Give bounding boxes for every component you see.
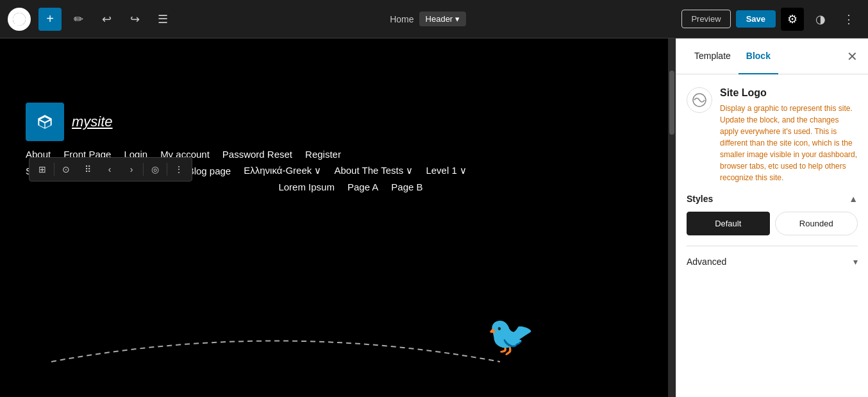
toolbar-right-actions: Preview Save ⚙ ◑ ⋮ xyxy=(681,8,860,31)
more-block-options-button[interactable]: ⋮ xyxy=(169,159,189,180)
nav-item-pagea[interactable]: Page A xyxy=(347,182,378,192)
styles-options: Default Rounded xyxy=(687,212,858,235)
tab-template[interactable]: Template xyxy=(687,38,739,74)
toolbar-sep-1 xyxy=(54,163,54,176)
settings-button[interactable]: ⚙ xyxy=(781,8,804,31)
panel-body: Site Logo Display a graphic to represent… xyxy=(676,74,868,397)
drag-button[interactable]: ⠿ xyxy=(78,159,98,180)
top-toolbar: + ✏ ↩ ↪ ☰ Home Header ▾ Preview Save ⚙ ◑… xyxy=(0,0,868,38)
site-logo-description: Display a graphic to represent this site… xyxy=(720,103,858,183)
nav-item-greek[interactable]: Ελληνικά-Greek ∨ xyxy=(244,165,321,176)
redo-button[interactable]: ↪ xyxy=(123,8,146,31)
home-breadcrumb[interactable]: Home xyxy=(390,14,413,24)
site-logo-container: mysite xyxy=(26,103,676,141)
site-logo-block[interactable] xyxy=(26,103,64,141)
nav-item-loremipsum[interactable]: Lorem Ipsum xyxy=(278,182,335,192)
styles-section: Styles ▲ Default Rounded xyxy=(687,194,858,235)
canvas-scrollbar[interactable] xyxy=(668,38,676,397)
header-breadcrumb[interactable]: Header ▾ xyxy=(419,12,467,26)
prev-button[interactable]: ‹ xyxy=(99,159,120,180)
next-button[interactable]: › xyxy=(121,159,142,180)
right-panel: Template Block ✕ Site Logo Display a gra… xyxy=(676,38,868,397)
tab-block[interactable]: Block xyxy=(739,38,778,74)
more-options-button[interactable]: ⋮ xyxy=(837,8,860,31)
main-area: ⊞ ⊙ ⠿ ‹ › ◎ ⋮ mysite About xyxy=(0,38,868,397)
align-button[interactable]: ⊞ xyxy=(32,159,53,180)
contrast-button[interactable]: ◑ xyxy=(809,8,832,31)
panel-close-button[interactable]: ✕ xyxy=(847,49,858,64)
site-header-content: mysite About Front Page Login My account… xyxy=(26,103,676,198)
list-view-button[interactable]: ☰ xyxy=(151,8,174,31)
advanced-title: Advanced xyxy=(687,257,726,267)
site-logo-preview-icon xyxy=(687,87,712,113)
options-button[interactable]: ⊙ xyxy=(56,159,76,180)
dashed-arc-decoration xyxy=(51,326,500,365)
toolbar-sep-2 xyxy=(143,163,144,176)
canvas: ⊞ ⊙ ⠿ ‹ › ◎ ⋮ mysite About xyxy=(0,38,676,397)
toolbar-sep-3 xyxy=(167,163,167,176)
save-button[interactable]: Save xyxy=(736,10,776,28)
nav-item-register[interactable]: Register xyxy=(305,149,341,160)
nav-item-passwordreset[interactable]: Password Reset xyxy=(222,149,292,160)
nav-item-level1[interactable]: Level 1 ∨ xyxy=(426,165,467,176)
preview-button[interactable]: Preview xyxy=(681,10,730,28)
style-default-button[interactable]: Default xyxy=(687,212,770,235)
breadcrumb-area: Home Header ▾ xyxy=(179,12,676,26)
styles-chevron-up: ▲ xyxy=(849,194,858,204)
scrollbar-thumb[interactable] xyxy=(669,71,674,135)
undo-button[interactable]: ↩ xyxy=(95,8,118,31)
site-logo-title: Site Logo xyxy=(720,87,858,99)
advanced-section: Advanced ▾ xyxy=(687,246,858,269)
site-logo-info: Site Logo Display a graphic to represent… xyxy=(720,87,858,183)
styles-header[interactable]: Styles ▲ xyxy=(687,194,858,204)
select-parent-button[interactable]: ◎ xyxy=(145,159,165,180)
styles-title: Styles xyxy=(687,194,713,204)
panel-header: Template Block ✕ xyxy=(676,38,868,74)
site-logo-section: Site Logo Display a graphic to represent… xyxy=(687,87,858,183)
nav-item-pageb[interactable]: Page B xyxy=(391,182,422,192)
wordpress-logo[interactable] xyxy=(8,8,31,31)
site-name-text[interactable]: mysite xyxy=(72,114,113,130)
edit-tool-button[interactable]: ✏ xyxy=(67,8,90,31)
advanced-header[interactable]: Advanced ▾ xyxy=(687,254,858,269)
nav-row-3: Lorem Ipsum Page A Page B xyxy=(26,182,676,192)
style-rounded-button[interactable]: Rounded xyxy=(775,212,858,235)
nav-item-abouttests[interactable]: About The Tests ∨ xyxy=(334,165,413,176)
advanced-chevron: ▾ xyxy=(853,257,858,267)
block-floating-toolbar: ⊞ ⊙ ⠿ ‹ › ◎ ⋮ xyxy=(29,157,192,182)
add-block-button[interactable]: + xyxy=(38,8,62,31)
